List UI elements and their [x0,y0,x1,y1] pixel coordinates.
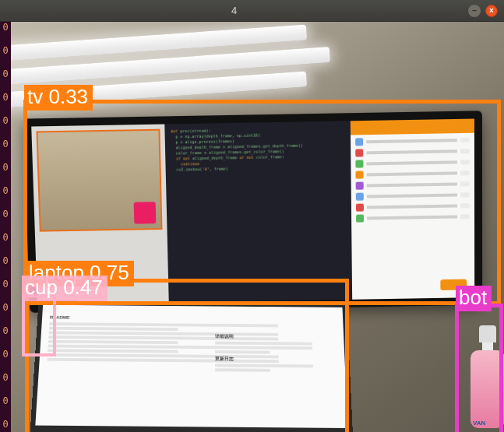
detection-box-laptop: laptop 0.75 [25,279,349,432]
detection-box-cup: cup 0.47 [22,294,56,356]
terminal-output-line: 0 [0,62,11,86]
terminal-output-line: 0 [0,86,11,109]
terminal-output-line: 0 [0,226,11,249]
detection-label-bottle: bot [456,286,492,311]
terminal-output-line: 0 [0,39,11,62]
terminal-output-line: 0 [0,342,11,366]
detection-box-bottle: bot [455,304,503,432]
terminal-output-line: 0 [0,179,11,202]
terminal-output-line: 0 [0,156,11,179]
terminal-output-line: 0 [0,272,11,296]
terminal-output-line: 0 [0,366,11,389]
close-button[interactable]: × [485,5,498,17]
terminal-output-line: 0 [0,413,11,432]
terminal-output-line: 0 [0,249,11,272]
terminal-left-strip: 000000000000000000 [0,16,11,432]
window-title: 4 [0,5,468,16]
terminal-output-line: 0 [0,109,11,132]
terminal-output-line: 0 [0,202,11,226]
terminal-output-line: 0 [0,389,11,413]
terminal-output-line: 0 [0,296,11,319]
detection-label-cup: cup 0.47 [22,276,107,301]
window-buttons: – × [468,5,504,17]
image-canvas: def proc(stream): p = np.array(depth_fra… [11,22,504,432]
minimize-button[interactable]: – [468,5,481,17]
detection-label-tv: tv 0.33 [24,85,93,111]
terminal-output-line: 0 [0,319,11,342]
window-titlebar: 4 – × [0,0,504,22]
terminal-output-line: 0 [0,132,11,156]
